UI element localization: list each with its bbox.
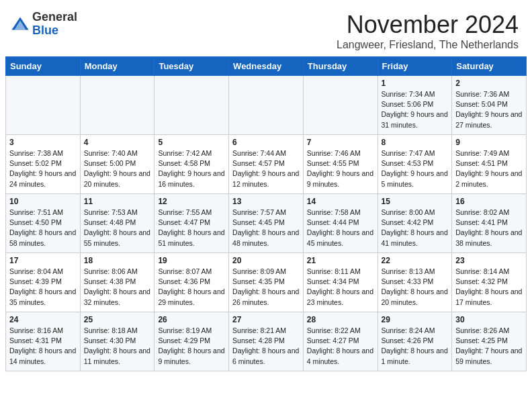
calendar-cell: 5Sunrise: 7:42 AMSunset: 4:58 PMDaylight…	[154, 135, 229, 194]
calendar-cell: 3Sunrise: 7:38 AMSunset: 5:02 PMDaylight…	[6, 135, 81, 194]
day-number: 1	[382, 79, 449, 88]
location-title: Langweer, Friesland, The Netherlands	[337, 39, 519, 51]
calendar-cell: 20Sunrise: 8:09 AMSunset: 4:35 PMDayligh…	[229, 253, 304, 312]
day-info: Sunrise: 8:16 AMSunset: 4:31 PMDaylight:…	[9, 326, 76, 365]
day-number: 8	[382, 138, 449, 147]
logo: General Blue	[11, 11, 77, 38]
calendar-cell: 9Sunrise: 7:49 AMSunset: 4:51 PMDaylight…	[452, 135, 527, 194]
day-of-week-header: Sunday	[6, 57, 81, 76]
calendar-table: SundayMondayTuesdayWednesdayThursdayFrid…	[5, 56, 527, 371]
calendar-cell: 22Sunrise: 8:13 AMSunset: 4:33 PMDayligh…	[378, 253, 452, 312]
calendar-cell: 1Sunrise: 7:34 AMSunset: 5:06 PMDaylight…	[378, 76, 452, 135]
day-number: 15	[382, 197, 449, 206]
calendar-cell: 19Sunrise: 8:07 AMSunset: 4:36 PMDayligh…	[154, 253, 229, 312]
day-number: 17	[9, 256, 77, 265]
day-number: 3	[9, 138, 77, 147]
day-number: 20	[232, 256, 300, 265]
day-number: 12	[158, 197, 225, 206]
day-number: 29	[382, 315, 449, 324]
day-info: Sunrise: 7:46 AMSunset: 4:55 PMDaylight:…	[307, 149, 373, 188]
page-header: General Blue November 2024 Langweer, Fri…	[0, 0, 532, 56]
day-info: Sunrise: 8:09 AMSunset: 4:35 PMDaylight:…	[232, 267, 299, 306]
day-info: Sunrise: 8:04 AMSunset: 4:39 PMDaylight:…	[9, 267, 76, 306]
day-number: 28	[307, 315, 374, 324]
day-number: 25	[84, 315, 151, 324]
day-info: Sunrise: 7:55 AMSunset: 4:47 PMDaylight:…	[158, 208, 224, 247]
calendar-cell: 8Sunrise: 7:47 AMSunset: 4:53 PMDaylight…	[378, 135, 452, 194]
day-number: 18	[84, 256, 151, 265]
day-number: 7	[307, 138, 374, 147]
day-info: Sunrise: 8:19 AMSunset: 4:29 PMDaylight:…	[158, 326, 224, 365]
calendar-header: SundayMondayTuesdayWednesdayThursdayFrid…	[6, 57, 527, 76]
calendar-cell: 14Sunrise: 7:58 AMSunset: 4:44 PMDayligh…	[303, 194, 378, 253]
calendar-cell: 12Sunrise: 7:55 AMSunset: 4:47 PMDayligh…	[154, 194, 229, 253]
calendar-week-row: 17Sunrise: 8:04 AMSunset: 4:39 PMDayligh…	[6, 253, 527, 312]
calendar-cell	[6, 76, 81, 135]
day-info: Sunrise: 8:22 AMSunset: 4:27 PMDaylight:…	[307, 326, 373, 365]
day-info: Sunrise: 7:51 AMSunset: 4:50 PMDaylight:…	[9, 208, 76, 247]
calendar-cell: 11Sunrise: 7:53 AMSunset: 4:48 PMDayligh…	[80, 194, 154, 253]
day-number: 11	[84, 197, 151, 206]
calendar-cell: 27Sunrise: 8:21 AMSunset: 4:28 PMDayligh…	[229, 312, 304, 371]
calendar-cell: 28Sunrise: 8:22 AMSunset: 4:27 PMDayligh…	[303, 312, 378, 371]
calendar-week-row: 1Sunrise: 7:34 AMSunset: 5:06 PMDaylight…	[6, 76, 527, 135]
day-of-week-header: Saturday	[452, 57, 527, 76]
calendar-cell: 6Sunrise: 7:44 AMSunset: 4:57 PMDaylight…	[229, 135, 304, 194]
calendar-cell: 15Sunrise: 8:00 AMSunset: 4:42 PMDayligh…	[378, 194, 452, 253]
calendar-cell: 26Sunrise: 8:19 AMSunset: 4:29 PMDayligh…	[154, 312, 229, 371]
calendar-cell: 10Sunrise: 7:51 AMSunset: 4:50 PMDayligh…	[6, 194, 81, 253]
calendar-cell: 18Sunrise: 8:06 AMSunset: 4:38 PMDayligh…	[80, 253, 154, 312]
calendar-week-row: 24Sunrise: 8:16 AMSunset: 4:31 PMDayligh…	[6, 312, 527, 371]
calendar-cell: 25Sunrise: 8:18 AMSunset: 4:30 PMDayligh…	[80, 312, 154, 371]
day-info: Sunrise: 7:53 AMSunset: 4:48 PMDaylight:…	[84, 208, 150, 247]
day-of-week-header: Wednesday	[229, 57, 304, 76]
day-info: Sunrise: 8:24 AMSunset: 4:26 PMDaylight:…	[382, 326, 448, 365]
calendar-week-row: 10Sunrise: 7:51 AMSunset: 4:50 PMDayligh…	[6, 194, 527, 253]
day-info: Sunrise: 7:42 AMSunset: 4:58 PMDaylight:…	[158, 149, 224, 188]
day-number: 9	[455, 138, 523, 147]
day-number: 5	[158, 138, 225, 147]
day-info: Sunrise: 7:57 AMSunset: 4:45 PMDaylight:…	[232, 208, 299, 247]
day-number: 27	[232, 315, 300, 324]
day-number: 22	[382, 256, 449, 265]
calendar-cell: 24Sunrise: 8:16 AMSunset: 4:31 PMDayligh…	[6, 312, 81, 371]
calendar-cell	[229, 76, 304, 135]
day-number: 14	[307, 197, 374, 206]
day-of-week-header: Tuesday	[154, 57, 229, 76]
calendar-cell: 29Sunrise: 8:24 AMSunset: 4:26 PMDayligh…	[378, 312, 452, 371]
day-number: 24	[9, 315, 77, 324]
day-info: Sunrise: 7:34 AMSunset: 5:06 PMDaylight:…	[382, 90, 448, 129]
calendar-week-row: 3Sunrise: 7:38 AMSunset: 5:02 PMDaylight…	[6, 135, 527, 194]
calendar-cell: 23Sunrise: 8:14 AMSunset: 4:32 PMDayligh…	[452, 253, 527, 312]
calendar-cell	[154, 76, 229, 135]
calendar-cell: 30Sunrise: 8:26 AMSunset: 4:25 PMDayligh…	[452, 312, 527, 371]
day-info: Sunrise: 8:21 AMSunset: 4:28 PMDaylight:…	[232, 326, 299, 365]
title-block: November 2024 Langweer, Friesland, The N…	[337, 11, 519, 51]
day-number: 26	[158, 315, 225, 324]
day-info: Sunrise: 8:14 AMSunset: 4:32 PMDaylight:…	[455, 267, 522, 306]
day-number: 21	[307, 256, 374, 265]
day-of-week-header: Friday	[378, 57, 452, 76]
day-info: Sunrise: 8:02 AMSunset: 4:41 PMDaylight:…	[455, 208, 522, 247]
day-info: Sunrise: 8:18 AMSunset: 4:30 PMDaylight:…	[84, 326, 150, 365]
day-number: 30	[455, 315, 523, 324]
day-info: Sunrise: 8:26 AMSunset: 4:25 PMDaylight:…	[455, 326, 522, 365]
day-info: Sunrise: 7:58 AMSunset: 4:44 PMDaylight:…	[307, 208, 373, 247]
calendar-cell: 16Sunrise: 8:02 AMSunset: 4:41 PMDayligh…	[452, 194, 527, 253]
day-info: Sunrise: 8:07 AMSunset: 4:36 PMDaylight:…	[158, 267, 224, 306]
logo-icon	[11, 15, 30, 34]
calendar-cell: 2Sunrise: 7:36 AMSunset: 5:04 PMDaylight…	[452, 76, 527, 135]
month-title: November 2024	[337, 11, 519, 39]
calendar-cell: 17Sunrise: 8:04 AMSunset: 4:39 PMDayligh…	[6, 253, 81, 312]
day-info: Sunrise: 7:44 AMSunset: 4:57 PMDaylight:…	[232, 149, 299, 188]
day-number: 13	[232, 197, 300, 206]
day-info: Sunrise: 7:47 AMSunset: 4:53 PMDaylight:…	[382, 149, 448, 188]
logo-text: General Blue	[32, 11, 77, 38]
day-info: Sunrise: 7:36 AMSunset: 5:04 PMDaylight:…	[455, 90, 522, 129]
day-number: 16	[455, 197, 523, 206]
logo-general: General	[32, 10, 77, 24]
day-of-week-header: Monday	[80, 57, 154, 76]
day-number: 10	[9, 197, 77, 206]
day-info: Sunrise: 8:11 AMSunset: 4:34 PMDaylight:…	[307, 267, 373, 306]
day-number: 19	[158, 256, 225, 265]
